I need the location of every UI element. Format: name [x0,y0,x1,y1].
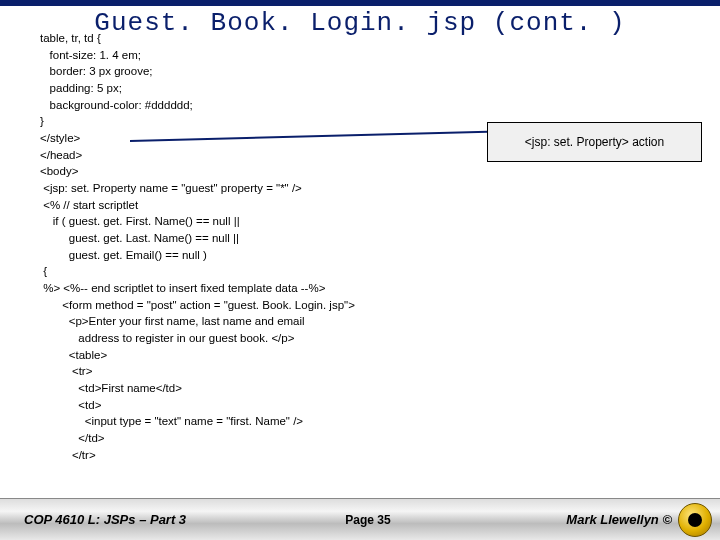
footer-course: COP 4610 L: JSPs – Part 3 [0,512,345,527]
callout-box: <jsp: set. Property> action [487,122,702,162]
footer-author: Mark Llewellyn © [566,512,672,527]
footer-bar: COP 4610 L: JSPs – Part 3 Page 35 Mark L… [0,498,720,540]
ucf-logo-icon [678,503,712,537]
top-accent-bar [0,0,720,6]
slide-content: table, tr, td { font-size: 1. 4 em; bord… [40,30,700,463]
callout-text: <jsp: set. Property> action [525,135,664,149]
code-listing: table, tr, td { font-size: 1. 4 em; bord… [40,30,700,463]
footer-page: Page 35 [345,513,390,527]
footer-author-wrap: Mark Llewellyn © [391,503,720,537]
